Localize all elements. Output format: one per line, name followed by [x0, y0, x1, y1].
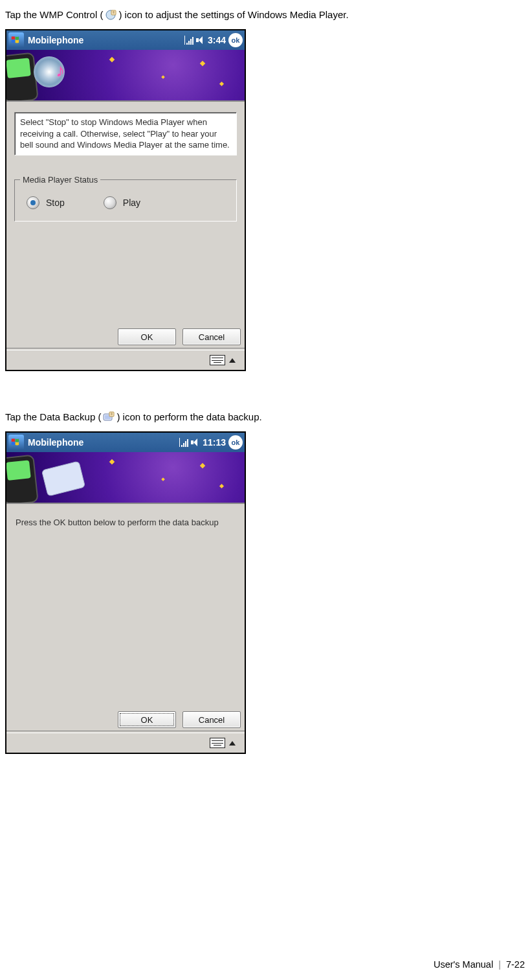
- start-icon[interactable]: [8, 435, 24, 450]
- cancel-button-label: Cancel: [199, 715, 225, 725]
- cancel-button[interactable]: Cancel: [182, 711, 241, 728]
- footer-label: User's Manual: [434, 959, 493, 970]
- cancel-button-label: Cancel: [199, 332, 225, 342]
- group-legend: Media Player Status: [20, 175, 100, 185]
- svg-rect-4: [109, 412, 114, 416]
- titlebar-time: 11:13: [203, 437, 226, 448]
- media-player-status-group: Media Player Status Stop Play: [14, 175, 237, 222]
- radio-stop-indicator: [27, 196, 39, 209]
- instruction-wmp-prefix: Tap the WMP Control (: [5, 8, 103, 21]
- radio-play[interactable]: Play: [104, 196, 140, 209]
- radio-play-label: Play: [123, 198, 140, 208]
- signal-icon[interactable]: [179, 438, 188, 447]
- footer-separator: |: [498, 959, 501, 970]
- titlebar-title: Mobilephone: [28, 437, 179, 448]
- footer-page: 7-22: [506, 959, 525, 970]
- titlebar-time: 3:44: [208, 35, 226, 45]
- cancel-button[interactable]: Cancel: [182, 328, 241, 345]
- sip-bar: [6, 733, 245, 753]
- page-footer: User's Manual | 7-22: [434, 959, 525, 970]
- wmp-control-icon: [104, 8, 117, 21]
- screenshot-wmp: Mobilephone 3:44 ok ♪ Select "Stop" to s…: [5, 29, 246, 371]
- sip-arrow-icon[interactable]: [229, 358, 236, 363]
- radio-stop[interactable]: Stop: [27, 196, 65, 209]
- keyboard-icon[interactable]: [210, 355, 225, 365]
- titlebar-title: Mobilephone: [28, 35, 184, 45]
- ok-button-label: OK: [141, 332, 153, 342]
- instruction-backup: Tap the Data Backup ( ) icon to perform …: [5, 410, 525, 424]
- info-text: Select "Stop" to stop Windows Media Play…: [14, 112, 237, 155]
- signal-icon[interactable]: [184, 36, 193, 45]
- sip-arrow-icon[interactable]: [229, 741, 236, 746]
- ok-button[interactable]: OK: [118, 328, 176, 345]
- screenshot-backup: Mobilephone 11:13 ok Press the OK button…: [5, 431, 246, 754]
- keyboard-icon[interactable]: [210, 738, 225, 748]
- ok-badge[interactable]: ok: [228, 33, 243, 47]
- data-backup-icon: [102, 411, 115, 424]
- instruction-wmp: Tap the WMP Control ( ) icon to adjust t…: [5, 8, 525, 21]
- instruction-wmp-suffix: ) icon to adjust the settings of Windows…: [118, 8, 348, 21]
- backup-body-text: Press the OK button below to perform the…: [13, 510, 238, 535]
- ok-button-label: OK: [141, 715, 153, 725]
- app-banner-wmp: ♪: [6, 50, 245, 102]
- ok-badge[interactable]: ok: [228, 435, 243, 450]
- svg-rect-1: [111, 10, 116, 15]
- radio-play-indicator: [104, 196, 116, 209]
- instruction-backup-suffix: ) icon to perform the data backup.: [116, 410, 261, 424]
- app-banner-backup: [6, 452, 245, 504]
- titlebar: Mobilephone 3:44 ok: [6, 30, 245, 50]
- ok-button[interactable]: OK: [118, 711, 176, 728]
- radio-stop-label: Stop: [46, 198, 65, 208]
- volume-icon[interactable]: [191, 438, 200, 447]
- volume-icon[interactable]: [196, 36, 205, 45]
- start-icon[interactable]: [8, 32, 24, 48]
- titlebar: Mobilephone 11:13 ok: [6, 433, 245, 452]
- sip-bar: [6, 350, 245, 370]
- instruction-backup-prefix: Tap the Data Backup (: [5, 410, 101, 424]
